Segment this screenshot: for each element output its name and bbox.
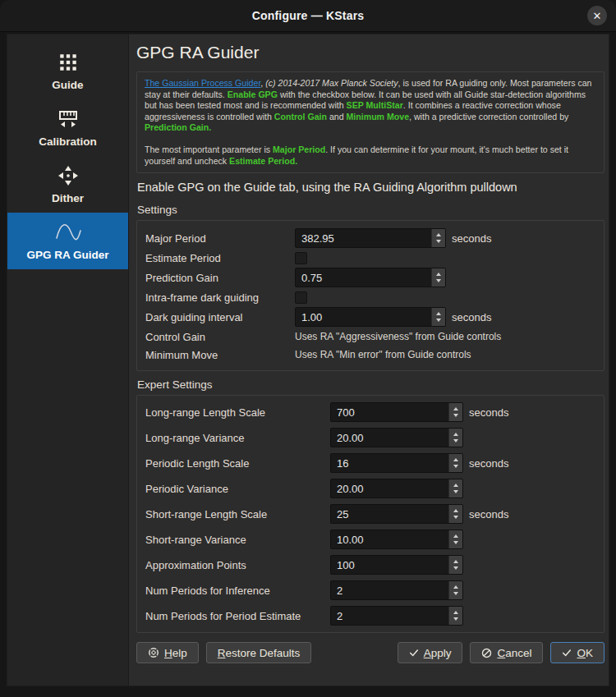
- short-range-length-scale-spinbox[interactable]: [330, 504, 463, 524]
- sidebar-item-dither[interactable]: Dither: [7, 156, 128, 213]
- approximation-points-input[interactable]: [331, 556, 448, 574]
- spin-up-icon[interactable]: [436, 273, 441, 276]
- spin-up-icon[interactable]: [436, 312, 441, 315]
- sidebar-item-label: Guide: [52, 79, 83, 91]
- restore-defaults-button[interactable]: Restore Defaults: [206, 642, 312, 663]
- spinner-buttons[interactable]: [448, 403, 462, 421]
- spin-up-icon[interactable]: [453, 484, 458, 487]
- close-icon: ✕: [593, 10, 602, 22]
- num-periods-period-estimate-input[interactable]: [331, 607, 448, 625]
- sidebar: Guide Calibration: [7, 34, 129, 686]
- configure-dialog: Configure — KStars ✕ Guide: [0, 0, 616, 697]
- major-period-highlight: Major Period: [273, 144, 325, 154]
- description-paragraph-2: The most important parameter is Major Pe…: [145, 144, 596, 167]
- seconds-unit-label: seconds: [469, 457, 508, 470]
- spinner-buttons[interactable]: [448, 530, 462, 548]
- periodic-variance-input[interactable]: [331, 479, 448, 498]
- intra-frame-dark-guiding-checkbox[interactable]: [295, 291, 307, 304]
- spinner-buttons[interactable]: [448, 479, 462, 498]
- sidebar-item-label: GPG RA Guider: [26, 249, 108, 261]
- major-period-spinbox[interactable]: [295, 228, 446, 248]
- spin-down-icon[interactable]: [453, 414, 458, 417]
- long-range-length-scale-spinbox[interactable]: [330, 402, 463, 422]
- short-range-variance-spinbox[interactable]: [330, 530, 463, 549]
- spin-down-icon[interactable]: [453, 617, 458, 621]
- prediction-gain-row: Prediction Gain: [145, 267, 595, 288]
- apply-button[interactable]: Apply: [398, 642, 463, 663]
- periodic-length-scale-input[interactable]: [331, 454, 448, 472]
- dark-guiding-interval-spinbox[interactable]: [295, 307, 446, 327]
- short-range-variance-row: Short-range Variance: [145, 530, 595, 549]
- spin-up-icon[interactable]: [436, 233, 441, 236]
- spin-down-icon[interactable]: [453, 516, 458, 519]
- title-bar[interactable]: Configure — KStars ✕: [0, 0, 616, 32]
- spinner-buttons[interactable]: [431, 229, 445, 247]
- estimate-period-checkbox[interactable]: [295, 252, 307, 264]
- window-title: Configure — KStars: [252, 9, 365, 22]
- spin-up-icon[interactable]: [453, 509, 458, 512]
- spin-down-icon[interactable]: [453, 541, 458, 544]
- spinner-buttons[interactable]: [448, 429, 462, 447]
- periodic-variance-label: Periodic Variance: [145, 483, 330, 495]
- short-range-length-scale-input[interactable]: [331, 505, 448, 523]
- periodic-variance-spinbox[interactable]: [330, 479, 463, 498]
- spinner-buttons[interactable]: [448, 607, 462, 625]
- short-range-length-scale-row: Short-range Length Scale seconds: [145, 504, 595, 524]
- dark-guiding-interval-input[interactable]: [296, 308, 431, 326]
- spin-up-icon[interactable]: [453, 407, 458, 410]
- settings-groupbox: Major Period seconds Estimate Period Pre…: [136, 220, 605, 371]
- control-gain-label: Control Gain: [145, 331, 295, 343]
- estimate-period-label: Estimate Period: [145, 252, 295, 264]
- spin-up-icon[interactable]: [453, 433, 458, 436]
- short-range-variance-label: Short-range Variance: [145, 534, 330, 546]
- long-range-variance-input[interactable]: [331, 429, 448, 447]
- spin-down-icon[interactable]: [453, 439, 458, 443]
- periodic-length-scale-spinbox[interactable]: [330, 453, 463, 473]
- cancel-button[interactable]: Cancel: [470, 642, 543, 663]
- spin-down-icon[interactable]: [436, 240, 441, 243]
- short-range-variance-input[interactable]: [331, 530, 448, 548]
- spin-up-icon[interactable]: [453, 560, 458, 563]
- sep-multistar-highlight: SEP MultiStar: [347, 100, 403, 110]
- spin-down-icon[interactable]: [453, 465, 458, 468]
- spin-down-icon[interactable]: [453, 566, 458, 570]
- copyright-text: (c) 2014-2017 Max Planck Society: [265, 78, 398, 88]
- control-gain-highlight: Control Gain: [274, 112, 327, 122]
- prediction-gain-input[interactable]: [296, 268, 431, 287]
- prediction-gain-spinbox[interactable]: [295, 268, 446, 287]
- spin-down-icon[interactable]: [453, 592, 458, 595]
- spin-up-icon[interactable]: [453, 534, 458, 538]
- spin-down-icon[interactable]: [436, 279, 441, 282]
- spinner-buttons[interactable]: [431, 268, 445, 287]
- approximation-points-spinbox[interactable]: [330, 555, 463, 575]
- spinner-buttons[interactable]: [431, 308, 445, 326]
- spinner-buttons[interactable]: [448, 505, 462, 523]
- sidebar-item-label: Calibration: [39, 135, 97, 148]
- seconds-unit-label: seconds: [469, 508, 508, 520]
- major-period-input[interactable]: [296, 229, 431, 247]
- num-periods-inference-spinbox[interactable]: [330, 580, 463, 600]
- sidebar-item-gpg-ra-guider[interactable]: GPG RA Guider: [7, 213, 128, 269]
- long-range-length-scale-input[interactable]: [331, 403, 448, 421]
- num-periods-period-estimate-row: Num Periods for Period Estimate: [145, 606, 595, 626]
- spin-down-icon[interactable]: [453, 490, 458, 493]
- spin-up-icon[interactable]: [453, 611, 458, 614]
- ok-button[interactable]: OK: [550, 642, 605, 663]
- spinner-buttons[interactable]: [448, 581, 462, 599]
- gaussian-process-guider-link[interactable]: The Gaussian Process Guider: [145, 78, 260, 88]
- close-button[interactable]: ✕: [587, 6, 607, 25]
- prediction-gain-label: Prediction Gain: [145, 272, 295, 284]
- periodic-length-scale-row: Periodic Length Scale seconds: [145, 453, 595, 473]
- num-periods-inference-input[interactable]: [331, 581, 448, 599]
- spin-up-icon[interactable]: [453, 585, 458, 589]
- spin-up-icon[interactable]: [453, 458, 458, 461]
- long-range-variance-spinbox[interactable]: [330, 428, 463, 447]
- sidebar-item-guide[interactable]: Guide: [7, 43, 128, 99]
- expert-settings-groupbox: Long-range Length Scale seconds Long-ran…: [136, 395, 605, 633]
- spinner-buttons[interactable]: [448, 454, 462, 472]
- num-periods-period-estimate-spinbox[interactable]: [330, 606, 463, 626]
- sidebar-item-calibration[interactable]: Calibration: [7, 99, 128, 156]
- spin-down-icon[interactable]: [436, 319, 441, 322]
- help-button[interactable]: Help: [136, 642, 199, 663]
- spinner-buttons[interactable]: [448, 556, 462, 574]
